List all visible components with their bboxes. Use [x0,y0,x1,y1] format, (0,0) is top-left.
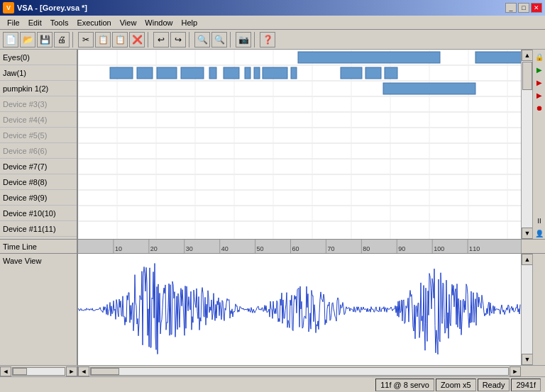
wave-vscroll-up[interactable]: ▲ [522,254,533,265]
user-icon[interactable]: 👤 [534,228,545,239]
save-button[interactable]: 💾 [37,32,53,47]
menu-execution[interactable]: Execution [72,17,115,28]
track-name-jaw: Jaw(1) [0,65,77,81]
hscroll-track-main[interactable] [90,367,509,376]
lock-icon[interactable]: 🔒 [534,51,545,62]
redo-button[interactable]: ↪ [170,32,186,47]
app-icon: V [3,2,14,13]
sep-1 [72,32,75,47]
wave-right-icons [532,254,545,365]
track-content[interactable] [78,50,521,239]
menu-tools[interactable]: Tools [46,17,73,28]
hscroll-left-btn[interactable]: ◄ [0,366,11,376]
menu-window[interactable]: Window [141,17,177,28]
paste-button[interactable]: 📋 [112,32,128,47]
zoom-out-button[interactable]: 🔍 [211,32,227,47]
hscroll-main: ◄ ► [78,366,521,376]
record-icon[interactable]: ⏺ [534,102,545,113]
right-icons-panel: 🔒 ▶ ▶ ▶ ⏺ ⏸ 👤 [532,50,545,239]
track-name-pumpkin: pumpkin 1(2) [0,81,77,96]
sep-5 [254,32,257,47]
hscroll-track-left[interactable] [12,367,65,376]
sep-4 [230,32,233,47]
track-name-dev5: Device #5(5) [0,128,77,143]
track-name-dev4: Device #4(4) [0,112,77,128]
print-button[interactable]: 🖨 [54,32,70,47]
timeline-canvas [78,240,521,253]
track-name-dev9: Device #9(9) [0,190,77,206]
hscroll-right-btn2[interactable]: ► [510,366,521,376]
new-button[interactable]: 📄 [3,32,18,47]
vscroll-thumb[interactable] [522,62,532,90]
track-names-panel: Eyes(0) Jaw(1) pumpkin 1(2) Device #3(3)… [0,50,78,239]
toolbar: 📄 📂 💾 🖨 ✂ 📋 📋 ❌ ↩ ↪ 🔍 🔍 📷 ❓ [0,30,545,50]
help-button[interactable]: ❓ [260,32,275,47]
play-red-icon[interactable]: ▶ [534,77,545,88]
track-name-dev7: Device #7(7) [0,159,77,174]
vscroll-up[interactable]: ▲ [522,50,533,61]
window-title: VSA - [Gorey.vsa *] [17,4,87,12]
status-bar: 11f @ 8 servo Zoom x5 Ready 2941f [0,376,545,392]
menu-file[interactable]: File [3,17,24,28]
maximize-button[interactable]: □ [518,3,529,13]
menu-bar: File Edit Tools Execution View Window He… [0,16,545,30]
wave-content[interactable] [78,254,521,365]
track-name-dev11: Device #11(11) [0,221,77,237]
timeline-label: Time Line [0,240,78,253]
menu-view[interactable]: View [116,17,141,28]
wave-vscrollbar[interactable]: ▲ ▼ [521,254,532,365]
hscroll-thumb-main[interactable] [91,368,119,375]
pause-icon[interactable]: ⏸ [534,215,545,226]
play-icon[interactable]: ▶ [534,64,545,75]
track-name-dev10: Device #10(10) [0,206,77,221]
position-info: 2941f [511,379,541,391]
hscroll-right-btn-left[interactable]: ► [66,366,77,376]
minimize-button[interactable]: _ [505,3,517,13]
hscroll-left: ◄ ► [0,366,78,376]
hscroll-end [521,366,545,376]
cut-button[interactable]: ✂ [78,32,94,47]
wave-canvas [78,254,521,365]
title-bar: V VSA - [Gorey.vsa *] _ □ ✕ [0,0,545,16]
sep-2 [148,32,150,47]
hscroll-thumb-left[interactable] [13,368,27,375]
zoom-level: Zoom x5 [436,379,476,391]
status-ready: Ready [478,379,510,391]
seq-vscrollbar[interactable]: ▲ ▼ [521,50,532,239]
track-name-eyes: Eyes(0) [0,50,77,65]
menu-edit[interactable]: Edit [24,17,46,28]
wave-vscroll-down[interactable]: ▼ [522,354,533,365]
play-red2-icon[interactable]: ▶ [534,89,545,101]
sep-3 [189,32,192,47]
wave-label: Wave View [0,254,78,365]
close-button[interactable]: ✕ [531,3,542,13]
wave-vscroll-track[interactable] [522,265,532,354]
undo-button[interactable]: ↩ [153,32,169,47]
zoom-in-button[interactable]: 🔍 [194,32,210,47]
timeline-scrollbar[interactable] [521,240,532,253]
vscroll-down[interactable]: ▼ [522,228,533,239]
delete-button[interactable]: ❌ [129,32,145,47]
snapshot-button[interactable]: 📷 [236,32,251,47]
hscroll-left-btn2[interactable]: ◄ [78,366,89,376]
timeline-icons [532,240,545,253]
track-name-dev6: Device #6(6) [0,143,77,159]
menu-help[interactable]: Help [177,17,202,28]
copy-button[interactable]: 📋 [95,32,111,47]
track-name-dev3: Device #3(3) [0,96,77,112]
open-button[interactable]: 📂 [20,32,35,47]
frame-info: 11f @ 8 servo [375,379,434,391]
track-name-dev8: Device #8(8) [0,174,77,190]
hscrollbar-row: ◄ ► ◄ ► [0,365,545,376]
track-canvas [78,50,521,239]
vscroll-track[interactable] [522,61,532,228]
timeline-scale[interactable] [78,240,521,253]
